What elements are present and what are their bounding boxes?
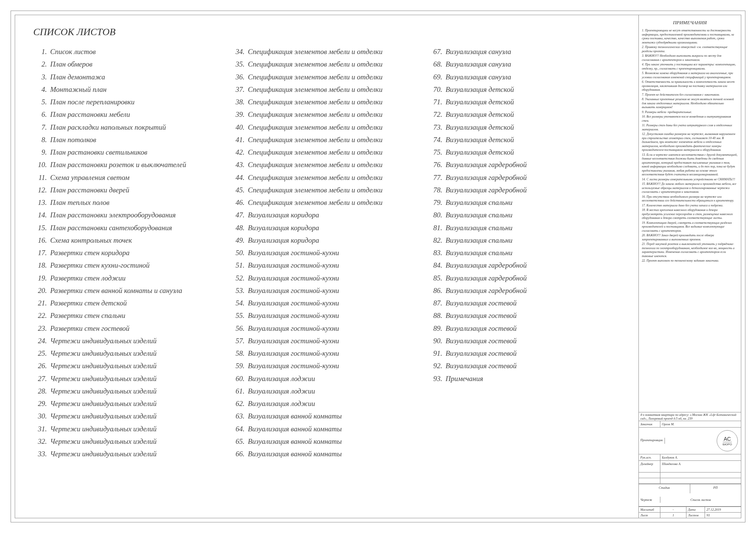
sheet-list-item: 92. Визуализация гостевой [432, 359, 617, 372]
sheet-list-item: 26. Чертежи индивидуальных изделий [36, 359, 222, 372]
sheet-list-item: 28. Чертежи индивидуальных изделий [36, 385, 222, 397]
sheet-list-item: 71. Визуализация детской [432, 96, 617, 108]
note-item: 4. При заказе уточнить у поставщика все … [642, 63, 738, 71]
role-row: Рук.исп.Балдуков А. [639, 454, 741, 461]
sheet-list-item: 85. Визуализация гардеробной [432, 272, 617, 284]
sheet-list-item: 40. Спецификация элементов мебели и отде… [234, 121, 420, 133]
sheet-list-item: 62. Визуализация лоджии [234, 397, 420, 410]
sheet-list-item: 38. Спецификация элементов мебели и отде… [234, 96, 420, 108]
sheet-list-item: 19. Развертки стен лоджии [36, 272, 222, 284]
note-item: 10. Все размеры уточняются после возведе… [642, 115, 738, 123]
sheet-list-item: 10. План расстановки розеток и выключате… [36, 158, 222, 171]
sheet-list-item: 65. Визуализация ванной комнаты [234, 435, 420, 448]
sheet-list-item: 57. Визуализация гостиной-кухни [234, 335, 420, 347]
note-item: 7. Проект не действителен без согласован… [642, 93, 738, 97]
sheet-list-item: 52. Визуализация гостиной-кухни [234, 272, 420, 284]
note-item: 2. Привязку технологических отверстий -с… [642, 45, 738, 53]
note-item: 18. В местах крепления навесного оборудо… [642, 208, 738, 220]
note-item: 5. Возможна замена оборудования и матери… [642, 71, 738, 79]
note-item: 19. Комплектацию дверей, смотреть в соот… [642, 221, 738, 233]
sheet-list-item: 13. План теплых полов [36, 196, 222, 209]
sheet-list-item: 61. Визуализация лоджии [234, 385, 420, 397]
note-item: 1. Проектировщики не несут ответственнос… [642, 29, 738, 45]
title-block: 4-х комнатная квартира по адресу: г.Моск… [639, 412, 741, 518]
note-item: 12. Допустимая ошибка размеров на чертеж… [642, 132, 738, 152]
sheet-list-item: 1. Список листов [36, 45, 222, 58]
sheet-title: Список листов [660, 497, 741, 503]
sheet-list-item: 21. Развертки стен детской [36, 297, 222, 309]
sheet-list-col3: 67. Визуализация санузла68. Визуализация… [426, 45, 623, 510]
note-item: 20. ВАЖНО!!! Заказ дверей производить по… [642, 234, 738, 242]
sheet-list-item: 83. Визуализация спальни [432, 246, 617, 259]
sheet-list-item: 74. Визуализация детской [432, 133, 617, 146]
main-content: СПИСОК ЛИСТОВ 1. Список листов2. План об… [15, 15, 638, 518]
sheet-list-item: 60. Визуализация лоджии [234, 372, 420, 385]
sheet-list-item: 9. План растановки светильников [36, 146, 222, 158]
sheet-list-item: 35. Спецификация элементов мебели и отде… [234, 58, 420, 70]
stage-row: Стадия РП [639, 484, 741, 493]
sheet-list-columns: 1. Список листов2. План обмеров3. План д… [30, 45, 623, 510]
sheet-list-item: 73. Визуализация детской [432, 121, 617, 133]
side-panel: ПРИМЕЧАНИЯ 1. Проектировщики не несут от… [638, 15, 741, 518]
sheet-list-item: 3. План демонтажа [36, 71, 222, 83]
sheet-list-item: 88. Визуализация гостевой [432, 309, 617, 322]
note-item: 17. Количество материала дано без учета … [642, 204, 738, 208]
sheet-list-item: 12. План расстановки дверей [36, 184, 222, 196]
sheet-list-item: 93. Примечания [432, 372, 617, 385]
designer-label: Проектировщик [639, 438, 665, 444]
sheet-list-item: 27. Чертежи индивидуальных изделий [36, 372, 222, 385]
sheet-list-item: 45. Спецификация элементов мебели и отде… [234, 184, 420, 196]
page-outer-frame: СПИСОК ЛИСТОВ 1. Список листов2. План об… [11, 11, 745, 522]
footer-row-2: Лист 1 Листов 93 [639, 512, 741, 518]
sheet-list-item: 70. Визуализация детской [432, 83, 617, 96]
sheet-list-col1: 1. Список листов2. План обмеров3. План д… [30, 45, 228, 510]
sheet-list-item: 6. План расстановки мебели [36, 108, 222, 121]
note-item: 3. ВАЖНО!!! Необходимо выполнить выкрасы… [642, 54, 738, 62]
sheet-list-item: 5. План после перепланировки [36, 96, 222, 108]
sheet-list-item: 91. Визуализация гостевой [432, 347, 617, 359]
sheet-list-item: 39. Спецификация элементов мебели и отде… [234, 108, 420, 121]
sheet-list-item: 32. Чертежи индивидуальных изделий [36, 435, 222, 448]
sheet-list-item: 20. Развертки стен ванной комнаты и сану… [36, 284, 222, 297]
sheet-list-item: 15. План расстановки сантехоборудования [36, 222, 222, 234]
sheet-list-item: 76. Визуализация гардеробной [432, 158, 617, 171]
client-name: Орлов М. [660, 421, 741, 427]
sheet-list-item: 50. Визуализация гостиной-кухни [234, 246, 420, 259]
sheet-list-item: 56. Визуализация гостиной-кухни [234, 322, 420, 335]
note-item: 15. ВАЖНО!!! До заказа любого материала … [642, 182, 738, 194]
note-item: 6. Ответственность за правильность и ком… [642, 80, 738, 92]
sheet-list-item: 16. Схема контрольных точек [36, 234, 222, 246]
sheet-list-item: 54. Визуализация гостиной-кухни [234, 297, 420, 309]
sheet-list-item: 67. Визуализация санузла [432, 45, 617, 58]
studio-logo: АС БЮРО [717, 430, 738, 451]
sheet-list-item: 7. План раскладки напольных покрытий [36, 121, 222, 133]
sheet-list-item: 30. Чертежи индивидуальных изделий [36, 410, 222, 422]
sheet-list-item: 87. Визуализация гостевой [432, 297, 617, 309]
sheet-list-item: 46. Спецификация элементов мебели и отде… [234, 196, 420, 209]
sheet-list-item: 43. Спецификация элементов мебели и отде… [234, 158, 420, 171]
sheet-list-item: 17. Развертки стен коридора [36, 246, 222, 259]
sheet-list-item: 55. Визуализация гостиной-кухни [234, 309, 420, 322]
footer-row-1: Масштаб - Дата 27.12.2019 [639, 507, 741, 512]
sheet-list-item: 34. Спецификация элементов мебели и отде… [234, 45, 420, 58]
stage-label: Стадия [639, 484, 690, 493]
page-inner-frame: СПИСОК ЛИСТОВ 1. Список листов2. План об… [15, 15, 741, 518]
sheet-list-item: 8. План потолков [36, 133, 222, 146]
sheet-list-item: 4. Монтажный план [36, 83, 222, 96]
sheet-list-col2: 34. Спецификация элементов мебели и отде… [228, 45, 426, 510]
note-item: 16. При отсутствии необходимого размера … [642, 195, 738, 203]
role-row: ДизайнерШиндялова А. [639, 461, 741, 467]
sheet-list-item: 90. Визуализация гостевой [432, 335, 617, 347]
sheet-list-item: 84. Визуализация гардеробной [432, 259, 617, 271]
sheet-list-item: 31. Чертежи индивидуальных изделий [36, 423, 222, 435]
sheet-list-item: 48. Визуализация коридора [234, 222, 420, 234]
sheet-list-item: 75. Визуализация детской [432, 146, 617, 158]
sheet-list-item: 37. Спецификация элементов мебели и отде… [234, 83, 420, 96]
sheet-list-item: 78. Визуализация гардеробной [432, 184, 617, 196]
sheet-list-item: 49. Визуализация коридора [234, 234, 420, 246]
sheet-list-item: 11. Схема управления светом [36, 171, 222, 184]
note-item: 22. Проект выполнен по техническому зада… [642, 259, 738, 263]
client-label: Заказчик [639, 421, 660, 427]
sheet-list-item: 24. Чертежи индивидуальных изделий [36, 335, 222, 347]
sheet-list-item: 68. Визуализация санузла [432, 58, 617, 70]
